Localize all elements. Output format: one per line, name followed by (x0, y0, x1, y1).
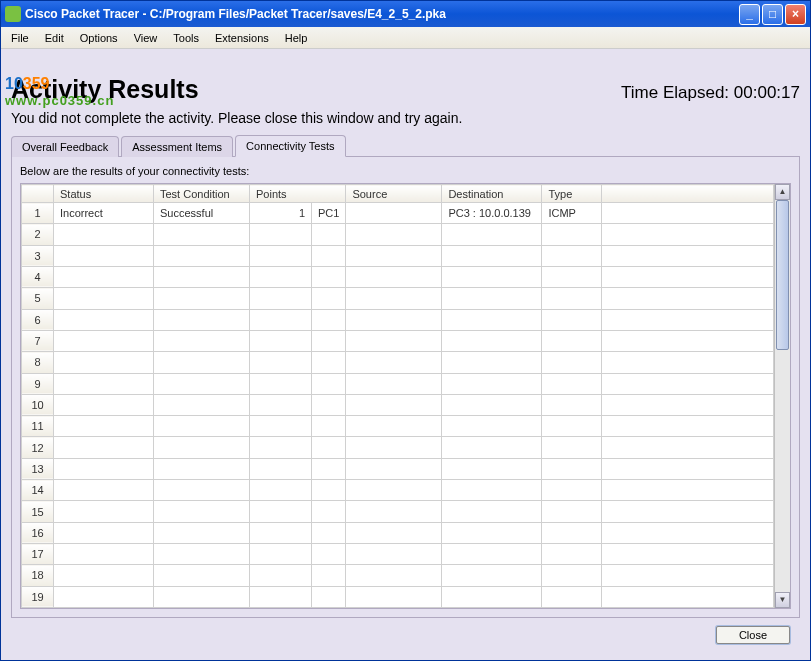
table-row[interactable]: 2 (22, 224, 774, 245)
table-row[interactable]: 11 (22, 416, 774, 437)
cell-status (54, 288, 154, 309)
cell-source (312, 266, 346, 287)
table-row[interactable]: 16 (22, 522, 774, 543)
row-number: 17 (22, 544, 54, 565)
table-row[interactable]: 3 (22, 245, 774, 266)
tab-overall-feedback[interactable]: Overall Feedback (11, 136, 119, 157)
vertical-scrollbar[interactable]: ▲ ▼ (774, 184, 790, 608)
cell-source2 (346, 394, 442, 415)
cell-source (312, 224, 346, 245)
cell-destination (442, 416, 542, 437)
table-row[interactable]: 5 (22, 288, 774, 309)
table-row[interactable]: 15 (22, 501, 774, 522)
row-number: 4 (22, 266, 54, 287)
cell-source2 (346, 458, 442, 479)
cell-type (542, 586, 602, 607)
table-row[interactable]: 19 (22, 586, 774, 607)
scroll-up-icon[interactable]: ▲ (775, 184, 790, 200)
cell-source2 (346, 352, 442, 373)
table-row[interactable]: 18 (22, 565, 774, 586)
cell-test-condition (154, 522, 250, 543)
cell-spacer (602, 458, 774, 479)
cell-type (542, 266, 602, 287)
footer: Close (11, 618, 800, 652)
cell-spacer (602, 586, 774, 607)
table-row[interactable]: 13 (22, 458, 774, 479)
cell-test-condition: Successful (154, 203, 250, 224)
app-window: Cisco Packet Tracer - C:/Program Files/P… (0, 0, 811, 661)
cell-test-condition (154, 309, 250, 330)
tab-assessment-items[interactable]: Assessment Items (121, 136, 233, 157)
cell-test-condition (154, 352, 250, 373)
menu-file[interactable]: File (5, 30, 35, 46)
menu-tools[interactable]: Tools (167, 30, 205, 46)
cell-points (250, 330, 312, 351)
cell-source2 (346, 224, 442, 245)
row-number: 13 (22, 458, 54, 479)
cell-source (312, 373, 346, 394)
menu-extensions[interactable]: Extensions (209, 30, 275, 46)
cell-source (312, 565, 346, 586)
cell-points (250, 565, 312, 586)
table-row[interactable]: 8 (22, 352, 774, 373)
col-destination[interactable]: Destination (442, 185, 542, 203)
cell-points (250, 373, 312, 394)
cell-type (542, 288, 602, 309)
cell-type: ICMP (542, 203, 602, 224)
cell-source (312, 544, 346, 565)
col-test-condition[interactable]: Test Condition (154, 185, 250, 203)
results-grid-wrap: Status Test Condition Points Source Dest… (20, 183, 791, 609)
cell-spacer (602, 203, 774, 224)
cell-type (542, 458, 602, 479)
cell-source2 (346, 544, 442, 565)
table-row[interactable]: 4 (22, 266, 774, 287)
cell-spacer (602, 288, 774, 309)
row-number: 10 (22, 394, 54, 415)
table-row[interactable]: 12 (22, 437, 774, 458)
cell-source (312, 309, 346, 330)
scroll-down-icon[interactable]: ▼ (775, 592, 790, 608)
results-grid: Status Test Condition Points Source Dest… (21, 184, 774, 608)
table-row[interactable]: 10 (22, 394, 774, 415)
window-buttons: _ □ × (739, 4, 806, 25)
col-points[interactable]: Points (250, 185, 346, 203)
cell-status (54, 245, 154, 266)
col-status[interactable]: Status (54, 185, 154, 203)
cell-source (312, 330, 346, 351)
tab-connectivity-tests[interactable]: Connectivity Tests (235, 135, 345, 157)
menu-edit[interactable]: Edit (39, 30, 70, 46)
close-window-button[interactable]: × (785, 4, 806, 25)
col-type[interactable]: Type (542, 185, 602, 203)
cell-destination (442, 458, 542, 479)
cell-source (312, 480, 346, 501)
cell-spacer (602, 309, 774, 330)
cell-source2 (346, 416, 442, 437)
tab-panel: Below are the results of your connectivi… (11, 157, 800, 618)
cell-source2 (346, 309, 442, 330)
cell-type (542, 330, 602, 351)
cell-status (54, 458, 154, 479)
cell-source2 (346, 330, 442, 351)
cell-points (250, 266, 312, 287)
minimize-button[interactable]: _ (739, 4, 760, 25)
col-rownum[interactable] (22, 185, 54, 203)
maximize-button[interactable]: □ (762, 4, 783, 25)
scroll-thumb[interactable] (776, 200, 789, 350)
table-row[interactable]: 1IncorrectSuccessful1PC1PC3 : 10.0.0.139… (22, 203, 774, 224)
row-number: 2 (22, 224, 54, 245)
menu-view[interactable]: View (128, 30, 164, 46)
table-row[interactable]: 14 (22, 480, 774, 501)
cell-status (54, 352, 154, 373)
table-row[interactable]: 7 (22, 330, 774, 351)
menu-options[interactable]: Options (74, 30, 124, 46)
cell-type (542, 394, 602, 415)
menu-help[interactable]: Help (279, 30, 314, 46)
cell-source2 (346, 373, 442, 394)
col-source[interactable]: Source (346, 185, 442, 203)
close-button[interactable]: Close (716, 626, 790, 644)
table-row[interactable]: 17 (22, 544, 774, 565)
table-row[interactable]: 9 (22, 373, 774, 394)
row-number: 14 (22, 480, 54, 501)
cell-points (250, 416, 312, 437)
table-row[interactable]: 6 (22, 309, 774, 330)
